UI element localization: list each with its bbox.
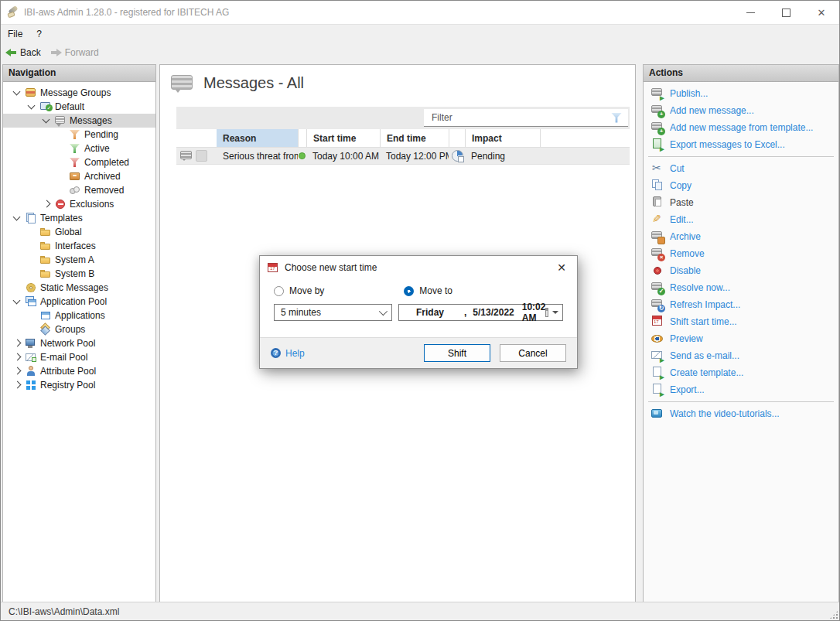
resize-grip[interactable] [829, 610, 838, 619]
move-by-radio[interactable]: Move by [274, 285, 324, 296]
chevron-down-icon[interactable] [40, 114, 54, 127]
filter-input[interactable] [424, 112, 611, 123]
tree-item-registry-pool[interactable]: Registry Pool [3, 378, 155, 392]
action-publish[interactable]: Publish... [644, 85, 838, 102]
table-row[interactable]: Serious threat from ... Today 10:00 AM T… [176, 148, 630, 165]
minimize-button[interactable] [732, 1, 768, 24]
person-icon [25, 365, 37, 377]
action-watch-video-tutorials[interactable]: Watch the video-tutorials... [644, 405, 838, 422]
message-bubble-icon [180, 151, 192, 161]
cancel-button[interactable]: Cancel [500, 344, 566, 362]
tree-item-system-a[interactable]: System A [3, 253, 155, 267]
tree-item-applications[interactable]: Applications [3, 309, 155, 322]
action-export-messages-to-excel[interactable]: Export messages to Excel... [644, 136, 838, 153]
action-add-new-message-from-template[interactable]: Add new message from template... [644, 119, 838, 136]
tree-item-attribute-pool[interactable]: Attribute Pool [3, 364, 155, 378]
menu-file[interactable]: File [1, 25, 29, 43]
export-icon [651, 384, 665, 396]
message-bubble-icon [54, 114, 67, 127]
move-to-radio[interactable]: Move to [404, 285, 452, 296]
actions-panel: Actions Publish... Add new message... Ad… [643, 64, 839, 602]
navigation-header: Navigation [3, 65, 155, 82]
action-resolve-now[interactable]: Resolve now... [644, 279, 838, 296]
tree-item-groups[interactable]: Groups [3, 322, 155, 336]
tree-item-message-groups[interactable]: Message Groups [3, 86, 155, 100]
dialog-close-button[interactable]: ✕ [554, 260, 569, 275]
action-refresh-impact[interactable]: Refresh Impact... [644, 296, 838, 313]
window-title: IBI-aws Admin 1.28.0 - registered for IB… [24, 7, 229, 18]
menu-help[interactable]: ? [29, 25, 49, 43]
tree-item-email-pool[interactable]: E-mail Pool [3, 350, 155, 364]
maximize-button[interactable] [768, 1, 804, 24]
action-paste[interactable]: Paste [644, 194, 838, 211]
chevron-down-icon[interactable] [11, 87, 25, 99]
tree-item-exclusions[interactable]: Exclusions [3, 197, 155, 211]
radio-unchecked-icon[interactable] [274, 286, 284, 296]
calendar-picker-icon[interactable] [545, 308, 548, 317]
tree-item-pending[interactable]: Pending [3, 128, 155, 142]
chevron-right-icon[interactable] [11, 379, 25, 391]
action-remove[interactable]: Remove [644, 245, 838, 262]
layers-icon [39, 323, 52, 336]
tree-item-static-messages[interactable]: Static Messages [3, 281, 155, 295]
chevron-down-icon[interactable] [11, 212, 25, 224]
messages-icon [171, 75, 193, 92]
tree-item-application-pool[interactable]: Application Pool [3, 295, 155, 309]
exclusion-icon [54, 198, 67, 210]
tree-item-interfaces[interactable]: Interfaces [3, 239, 155, 253]
action-disable[interactable]: Disable [644, 262, 838, 279]
action-preview[interactable]: Preview [644, 330, 838, 347]
action-archive[interactable]: Archive [644, 228, 838, 245]
duration-select[interactable]: 5 minutes [274, 304, 392, 321]
chevron-down-icon[interactable] [11, 295, 25, 308]
tree-item-archived[interactable]: Archived [3, 169, 155, 183]
tree-item-global[interactable]: Global [3, 225, 155, 239]
registry-grid-icon [25, 379, 37, 391]
forward-button[interactable]: Forward [46, 44, 104, 61]
close-icon: ✕ [818, 8, 826, 18]
chevron-right-icon[interactable] [11, 365, 25, 377]
action-shift-start-time[interactable]: Shift start time... [644, 313, 838, 330]
chevron-right-icon[interactable] [11, 337, 25, 350]
shift-button[interactable]: Shift [424, 344, 490, 362]
close-button[interactable]: ✕ [804, 1, 839, 24]
datetime-picker[interactable]: Friday , 5/13/2022 10:02 AM [398, 304, 563, 321]
help-icon: ? [271, 348, 281, 358]
action-export[interactable]: Export... [644, 381, 838, 398]
cut-icon [651, 162, 665, 175]
column-header-reason[interactable]: Reason [217, 129, 298, 147]
column-header-end-time[interactable]: End time [380, 129, 449, 147]
data-file-path: C:\IBI-aws\Admin\Data.xml [9, 606, 119, 617]
chevron-right-icon[interactable] [40, 198, 54, 210]
back-button[interactable]: Back [1, 44, 46, 61]
create-template-icon [651, 367, 665, 379]
tree-item-active[interactable]: Active [3, 142, 155, 155]
chevron-down-icon[interactable] [26, 101, 39, 113]
filter-funnel-icon[interactable] [611, 113, 622, 123]
shift-start-time-icon [651, 316, 665, 328]
action-copy[interactable]: Copy [644, 177, 838, 194]
copy-icon [651, 179, 665, 192]
tree-item-system-b[interactable]: System B [3, 267, 155, 281]
action-send-as-email[interactable]: Send as e-mail... [644, 347, 838, 364]
action-create-template[interactable]: Create template... [644, 364, 838, 381]
dropdown-arrow-icon[interactable] [552, 311, 558, 314]
action-edit[interactable]: Edit... [644, 211, 838, 228]
column-header-impact[interactable]: Impact [465, 129, 540, 147]
help-link[interactable]: ? Help [271, 348, 305, 359]
tree-item-default[interactable]: Default [3, 100, 155, 114]
dialog-title-bar: Choose new start time ✕ [260, 256, 577, 279]
chevron-right-icon[interactable] [11, 351, 25, 363]
radio-checked-icon[interactable] [404, 286, 414, 296]
column-header-start-time[interactable]: Start time [306, 129, 380, 147]
tree-item-templates[interactable]: Templates [3, 211, 155, 225]
tree-item-completed[interactable]: Completed [3, 155, 155, 169]
folder-icon [39, 240, 52, 252]
choose-start-time-dialog: Choose new start time ✕ Move by Move to … [259, 255, 578, 369]
tree-item-removed[interactable]: Removed [3, 183, 155, 197]
action-add-new-message[interactable]: Add new message... [644, 102, 838, 119]
action-cut[interactable]: Cut [644, 160, 838, 177]
tree-item-messages[interactable]: Messages [3, 114, 155, 128]
tree-item-network-pool[interactable]: Network Pool [3, 336, 155, 350]
navigation-tree: Message Groups Default Messages Pending … [3, 82, 155, 392]
